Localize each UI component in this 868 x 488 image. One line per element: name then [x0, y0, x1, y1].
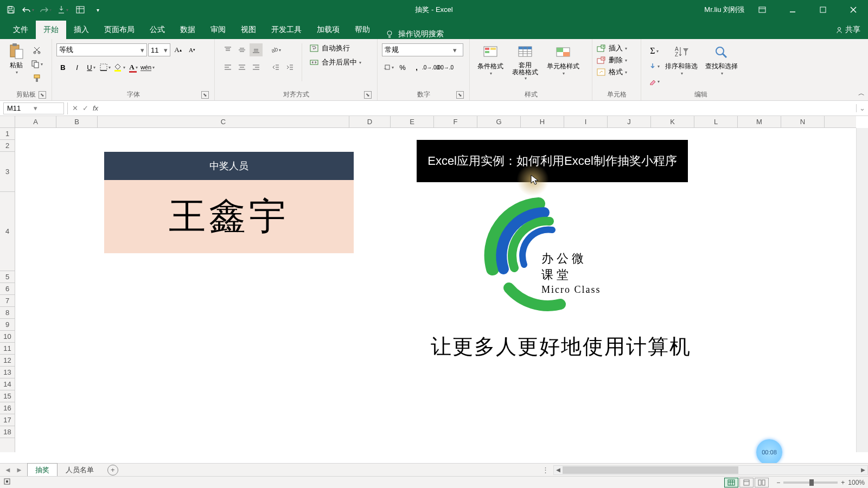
clipboard-launcher-icon[interactable]: ⬊: [39, 91, 46, 99]
align-launcher-icon[interactable]: ⬊: [364, 91, 372, 99]
ribbon-display-icon[interactable]: [750, 0, 775, 20]
font-size-combo[interactable]: ▾: [148, 43, 170, 56]
sheet-nav-next-icon[interactable]: ►: [16, 466, 23, 474]
share-button[interactable]: 共享: [828, 21, 868, 39]
align-center-icon[interactable]: [235, 61, 248, 74]
col-header-G[interactable]: G: [477, 116, 521, 127]
col-header-A[interactable]: A: [15, 116, 56, 127]
font-name-combo[interactable]: ▾: [56, 43, 147, 56]
orientation-icon[interactable]: ab: [269, 43, 282, 56]
tell-me[interactable]: 操作说明搜索: [378, 29, 451, 39]
horizontal-scrollbar[interactable]: ◄ ►: [553, 465, 868, 475]
zoom-in-icon[interactable]: +: [841, 479, 845, 486]
increase-indent-icon[interactable]: [283, 61, 296, 74]
maximize-icon[interactable]: [810, 0, 835, 20]
number-launcher-icon[interactable]: ⬊: [456, 91, 464, 99]
row-header-11[interactable]: 11: [0, 343, 15, 355]
align-right-icon[interactable]: [250, 61, 263, 74]
col-header-F[interactable]: F: [434, 116, 477, 127]
tab-开始[interactable]: 开始: [36, 21, 66, 39]
row-header-13[interactable]: 13: [0, 367, 15, 378]
col-header-E[interactable]: E: [391, 116, 434, 127]
select-all-corner[interactable]: [0, 116, 15, 127]
row-header-6[interactable]: 6: [0, 283, 15, 295]
row-header-8[interactable]: 8: [0, 307, 15, 319]
number-format-combo[interactable]: ▾: [382, 43, 463, 56]
col-header-B[interactable]: B: [56, 116, 98, 127]
insert-cells-button[interactable]: +插入: [597, 43, 627, 53]
row-header-9[interactable]: 9: [0, 319, 15, 331]
increase-font-icon[interactable]: A▴: [171, 43, 184, 56]
percent-icon[interactable]: %: [396, 61, 409, 74]
sheet-tab-抽奖[interactable]: 抽奖: [27, 463, 58, 477]
cell-styles-button[interactable]: 单元格样式: [544, 42, 583, 77]
delete-cells-button[interactable]: ×删除: [597, 55, 627, 65]
expand-formula-bar-icon[interactable]: ⌄: [856, 104, 868, 112]
scroll-right-icon[interactable]: ►: [859, 466, 867, 474]
row-header-1[interactable]: 1: [0, 128, 15, 140]
comma-icon[interactable]: ,: [410, 61, 423, 74]
row-header-15[interactable]: 15: [0, 390, 15, 402]
merge-center-button[interactable]: 合并后居中: [310, 57, 361, 67]
sort-filter-button[interactable]: AZ排序和筛选: [662, 42, 701, 77]
qat-customize-icon[interactable]: ▾: [90, 2, 105, 17]
border-icon[interactable]: [99, 61, 112, 74]
col-header-J[interactable]: J: [608, 116, 651, 127]
zoom-out-icon[interactable]: −: [776, 479, 780, 486]
col-header-I[interactable]: I: [564, 116, 608, 127]
tab-帮助[interactable]: 帮助: [347, 21, 378, 39]
col-header-M[interactable]: M: [738, 116, 781, 127]
col-header-H[interactable]: H: [521, 116, 564, 127]
tab-插入[interactable]: 插入: [66, 21, 97, 39]
wrap-text-button[interactable]: 自动换行: [310, 43, 361, 53]
row-header-14[interactable]: 14: [0, 378, 15, 390]
increase-decimal-icon[interactable]: .0→.00: [424, 61, 437, 74]
row-header-2[interactable]: 2: [0, 140, 15, 152]
font-color-icon[interactable]: A: [127, 61, 140, 74]
record-macro-icon[interactable]: [3, 478, 11, 487]
vertical-scrollbar[interactable]: [856, 128, 868, 452]
add-sheet-button[interactable]: +: [107, 465, 118, 476]
row-header-18[interactable]: 18: [0, 426, 15, 438]
row-header-10[interactable]: 10: [0, 331, 15, 343]
redo-icon[interactable]: [38, 2, 53, 17]
align-bottom-icon[interactable]: [250, 43, 263, 56]
col-header-N[interactable]: N: [781, 116, 825, 127]
paste-button[interactable]: 粘贴: [4, 41, 28, 76]
format-painter-icon[interactable]: [30, 72, 43, 85]
col-header-C[interactable]: C: [98, 116, 349, 127]
tab-公式[interactable]: 公式: [142, 21, 173, 39]
sheet-nav-prev-icon[interactable]: ◄: [4, 466, 11, 474]
row-header-12[interactable]: 12: [0, 355, 15, 367]
row-header-4[interactable]: 4: [0, 192, 15, 271]
enter-formula-icon[interactable]: ✓: [82, 104, 88, 112]
fill-icon[interactable]: [648, 60, 661, 73]
tab-页面布局[interactable]: 页面布局: [97, 21, 142, 39]
align-left-icon[interactable]: [221, 61, 234, 74]
copy-icon[interactable]: [30, 57, 43, 70]
underline-button[interactable]: U: [85, 61, 98, 74]
formula-input[interactable]: [103, 102, 856, 114]
italic-button[interactable]: I: [71, 61, 84, 74]
name-box[interactable]: M11▾: [3, 102, 64, 114]
tab-开发工具[interactable]: 开发工具: [264, 21, 309, 39]
col-header-K[interactable]: K: [651, 116, 694, 127]
fill-color-icon[interactable]: [113, 61, 126, 74]
fx-icon[interactable]: fx: [93, 104, 98, 112]
scroll-left-icon[interactable]: ◄: [554, 466, 563, 474]
page-break-view-icon[interactable]: [755, 478, 769, 487]
cut-icon[interactable]: [30, 43, 43, 56]
decrease-decimal-icon[interactable]: .00→.0: [438, 61, 451, 74]
row-header-5[interactable]: 5: [0, 271, 15, 283]
align-top-icon[interactable]: [221, 43, 234, 56]
bold-button[interactable]: B: [56, 61, 69, 74]
conditional-format-button[interactable]: 条件格式: [474, 42, 507, 77]
row-header-3[interactable]: 3: [0, 152, 15, 192]
page-layout-view-icon[interactable]: [739, 478, 754, 487]
font-launcher-icon[interactable]: ⬊: [201, 91, 209, 99]
form-icon[interactable]: [73, 2, 88, 17]
col-header-L[interactable]: L: [694, 116, 738, 127]
tab-审阅[interactable]: 审阅: [203, 21, 233, 39]
decrease-indent-icon[interactable]: [269, 61, 282, 74]
format-as-table-button[interactable]: 套用 表格格式: [509, 42, 541, 82]
